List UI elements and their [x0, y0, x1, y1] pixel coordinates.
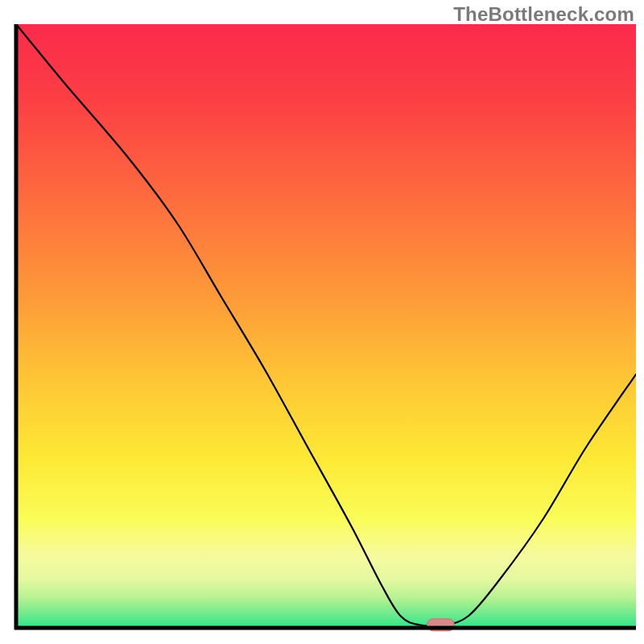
- chart-container: TheBottleneck.com: [0, 0, 644, 644]
- chart-svg: [8, 24, 636, 636]
- gradient-background: [16, 24, 636, 628]
- watermark-text: TheBottleneck.com: [453, 3, 634, 26]
- chart-frame: [8, 24, 636, 636]
